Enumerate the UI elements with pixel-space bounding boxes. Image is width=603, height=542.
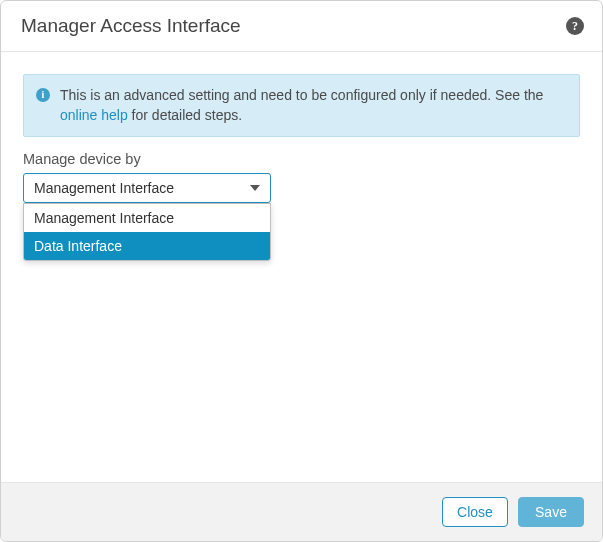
help-icon[interactable]: ? bbox=[566, 17, 584, 35]
info-text: This is an advanced setting and need to … bbox=[60, 85, 567, 126]
select-display[interactable]: Management Interface bbox=[23, 173, 271, 203]
manage-device-label: Manage device by bbox=[23, 151, 580, 167]
option-management-interface[interactable]: Management Interface bbox=[24, 204, 270, 232]
close-button[interactable]: Close bbox=[442, 497, 508, 527]
info-banner: i This is an advanced setting and need t… bbox=[23, 74, 580, 137]
manage-device-select[interactable]: Management Interface Management Interfac… bbox=[23, 173, 271, 203]
info-text-part1: This is an advanced setting and need to … bbox=[60, 87, 543, 103]
save-button[interactable]: Save bbox=[518, 497, 584, 527]
dialog-title: Manager Access Interface bbox=[21, 15, 241, 37]
caret-down-icon bbox=[250, 185, 260, 191]
info-icon: i bbox=[36, 88, 50, 102]
dialog-footer: Close Save bbox=[1, 482, 602, 541]
select-dropdown: Management Interface Data Interface bbox=[23, 203, 271, 261]
info-text-part2: for detailed steps. bbox=[128, 107, 242, 123]
online-help-link[interactable]: online help bbox=[60, 107, 128, 123]
dialog-body: i This is an advanced setting and need t… bbox=[1, 52, 602, 482]
select-value: Management Interface bbox=[34, 180, 174, 196]
option-data-interface[interactable]: Data Interface bbox=[24, 232, 270, 260]
dialog-header: Manager Access Interface ? bbox=[1, 1, 602, 52]
